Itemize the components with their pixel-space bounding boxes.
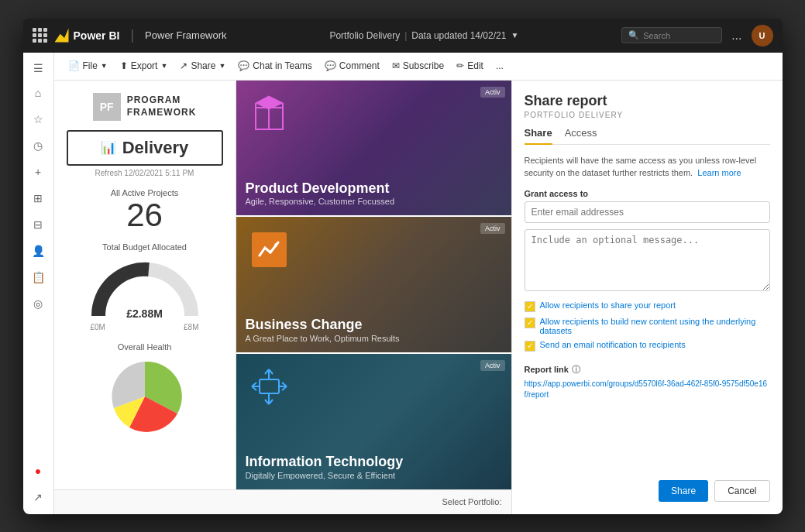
tab-share[interactable]: Share — [525, 127, 552, 145]
chevron-down-icon[interactable]: ▼ — [511, 31, 518, 39]
gauge-low: £0M — [91, 323, 105, 331]
subscribe-icon: ✉ — [392, 60, 400, 71]
share-panel: Share report PORTFOLIO DELIVERY Share Ac… — [511, 81, 783, 514]
nav-recent[interactable]: ◷ — [27, 135, 49, 156]
share-footer: Share Cancel — [525, 471, 770, 502]
search-box[interactable]: 🔍 Search — [621, 27, 722, 43]
message-input[interactable] — [525, 229, 770, 291]
share-submit-button[interactable]: Share — [659, 480, 708, 502]
nav-workspaces[interactable]: 👤 — [27, 240, 49, 262]
chat-teams-button[interactable]: 💬 Chat in Teams — [233, 57, 316, 74]
search-label: Search — [643, 31, 670, 40]
project-count: 26 — [126, 199, 163, 232]
share-button[interactable]: ↗ Share ▼ — [175, 57, 230, 74]
checkbox-item-2: Allow recipients to build new content us… — [525, 317, 770, 335]
select-portfolio-label: Select Portfolio: — [442, 497, 501, 506]
comment-button[interactable]: 💬 Comment — [320, 57, 384, 74]
delivery-icon: 📊 — [101, 140, 116, 155]
export-button[interactable]: ⬆ Export ▼ — [115, 57, 173, 74]
tile-1-title: Product Development — [246, 180, 395, 197]
refresh-text: Refresh 12/02/2021 5:11 PM — [95, 169, 194, 177]
tile-2-content: Business Change A Great Place to Work, O… — [246, 317, 400, 343]
tile-product-development[interactable]: Product Development Agile, Responsive, C… — [236, 81, 511, 218]
content-main: PF PROGRAMFRAMEWORK 📊 Delivery Refres — [54, 81, 783, 514]
edit-button[interactable]: ✏ Edit — [452, 57, 488, 74]
share-tabs: Share Access — [525, 127, 770, 145]
topbar-divider: | — [130, 27, 134, 43]
subscribe-button[interactable]: ✉ Subscribe — [387, 57, 449, 74]
budget-label: Total Budget Allocated — [102, 242, 187, 252]
nav-expand[interactable]: ↗ — [27, 486, 49, 508]
share-panel-title: Share report — [525, 93, 770, 109]
gauge-chart: £2.88M — [91, 258, 199, 320]
nav-learn[interactable]: ⊟ — [27, 214, 49, 235]
tab-access[interactable]: Access — [565, 127, 597, 144]
collapse-button[interactable]: ☰ — [30, 59, 46, 77]
it-icon — [248, 366, 291, 408]
toolbar-more-icon: ... — [496, 60, 504, 71]
comment-icon: 💬 — [325, 60, 336, 71]
business-change-icon — [252, 232, 287, 267]
file-button[interactable]: 📄 File ▼ — [64, 57, 112, 74]
gauge-high: £8M — [184, 323, 198, 331]
active-projects-label: All Active Projects — [111, 188, 178, 197]
report-title-top: Portfolio Delivery — [329, 30, 400, 41]
report-link-label: Report link ⓘ — [525, 364, 770, 376]
waffle-icon[interactable] — [33, 28, 47, 43]
tile-2-badge: Activ — [480, 223, 505, 234]
brand-name: Power BI — [74, 29, 120, 42]
framework-label: Power Framework — [145, 29, 226, 41]
share-icon: ↗ — [180, 60, 187, 71]
main-layout: ☰ ⌂ ☆ ◷ + ⊞ ⊟ 👤 📋 ◎ ● ↗ 📄 File ▼ — [23, 53, 783, 514]
nav-goals[interactable]: ◎ — [27, 293, 49, 314]
more-options-button[interactable]: ... — [728, 27, 745, 44]
nav-create[interactable]: + — [27, 161, 49, 183]
nav-datasets[interactable]: 📋 — [27, 266, 49, 288]
content-area: 📄 File ▼ ⬆ Export ▼ ↗ Share ▼ 💬 Chat in … — [54, 53, 783, 514]
learn-more-link[interactable]: Learn more — [697, 168, 741, 177]
tile-1-content: Product Development Agile, Responsive, C… — [246, 180, 395, 207]
checkbox-item-3: Send an email notification to recipients — [525, 340, 770, 352]
tile-3-badge: Activ — [480, 360, 505, 371]
report-area: PF PROGRAMFRAMEWORK 📊 Delivery Refres — [54, 81, 511, 514]
nav-active-item[interactable]: ● — [27, 460, 49, 482]
tile-information-technology[interactable]: Information Technology Digitally Empower… — [236, 354, 511, 489]
left-sidebar: ☰ ⌂ ☆ ◷ + ⊞ ⊟ 👤 📋 ◎ ● ↗ — [23, 53, 54, 514]
report-inner: PF PROGRAMFRAMEWORK 📊 Delivery Refres — [54, 81, 511, 489]
tile-2-subtitle: A Great Place to Work, Optimum Results — [246, 334, 400, 343]
checkbox-3[interactable] — [525, 341, 535, 352]
status-bar: Select Portfolio: — [54, 489, 511, 514]
delivery-button[interactable]: 📊 Delivery — [67, 130, 223, 166]
share-info-text: Recipients will have the same access as … — [525, 154, 770, 180]
toolbar: 📄 File ▼ ⬆ Export ▼ ↗ Share ▼ 💬 Chat in … — [54, 53, 783, 81]
share-panel-subtitle: PORTFOLIO DELIVERY — [525, 111, 770, 119]
checkbox-3-label: Send an email notification to recipients — [540, 340, 686, 349]
tile-2-title: Business Change — [246, 317, 400, 334]
export-chevron: ▼ — [160, 62, 167, 70]
tile-3-content: Information Technology Digitally Empower… — [246, 454, 404, 480]
brand-logo: Power BI — [55, 29, 120, 43]
topbar-right: 🔍 Search ... U — [621, 25, 772, 46]
tile-1-badge: Activ — [480, 87, 505, 98]
cancel-button[interactable]: Cancel — [714, 480, 769, 502]
tile-business-change[interactable]: Business Change A Great Place to Work, O… — [236, 217, 511, 354]
checkbox-1[interactable] — [525, 301, 535, 312]
checkbox-2[interactable] — [525, 317, 535, 328]
email-input[interactable] — [525, 201, 770, 223]
toolbar-more-button[interactable]: ... — [491, 57, 508, 74]
health-label: Overall Health — [118, 342, 172, 352]
nav-apps[interactable]: ⊞ — [27, 187, 49, 209]
tile-bg-3: Information Technology Digitally Empower… — [236, 354, 511, 489]
avatar[interactable]: U — [752, 25, 773, 46]
left-panel: PF PROGRAMFRAMEWORK 📊 Delivery Refres — [54, 81, 236, 489]
delivery-label: Delivery — [122, 138, 189, 158]
topbar-center: Portfolio Delivery | Data updated 14/02/… — [235, 30, 614, 41]
tile-1-subtitle: Agile, Responsive, Customer Focussed — [246, 197, 395, 206]
report-link-url[interactable]: https://app.powerbi.com/groups/d5570l6f-… — [525, 379, 770, 400]
nav-home[interactable]: ⌂ — [27, 82, 49, 104]
gauge-labels: £0M £8M — [91, 323, 199, 331]
export-icon: ⬆ — [120, 60, 128, 71]
tile-3-title: Information Technology — [246, 454, 404, 471]
nav-favorites[interactable]: ☆ — [27, 108, 49, 130]
powerbi-icon — [55, 29, 69, 43]
